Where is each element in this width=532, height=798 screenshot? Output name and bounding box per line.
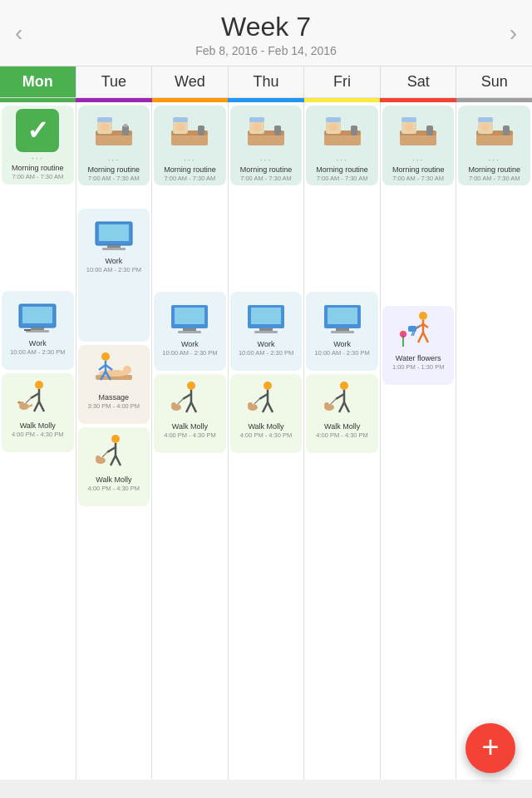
day-header-fri[interactable]: Fri	[304, 66, 381, 97]
svg-point-46	[176, 123, 185, 131]
svg-point-64	[253, 123, 261, 131]
svg-point-78	[248, 402, 253, 407]
event-dots[interactable]: ···	[336, 155, 347, 165]
day-header-wed[interactable]: Wed	[152, 66, 229, 97]
prev-week-button[interactable]: ‹	[0, 12, 37, 55]
svg-line-91	[339, 402, 344, 412]
event-dots[interactable]: ···	[260, 155, 272, 165]
event-sat-water[interactable]: Water flowers 1:00 PM - 1:30 PM	[382, 306, 455, 385]
svg-point-71	[264, 382, 272, 390]
svg-point-119	[481, 123, 490, 131]
event-dots[interactable]: ···	[184, 155, 195, 165]
day-header-tue[interactable]: Tue	[76, 66, 153, 97]
event-tue-work[interactable]: Work 10:00 AM - 2:30 PM	[78, 209, 150, 342]
event-fri-morning[interactable]: ··· Morning routine 7:00 AM - 7:30 AM	[306, 106, 378, 185]
event-wed-morning[interactable]: ··· Morning routine 7:00 AM - 7:30 AM	[154, 106, 226, 185]
event-mon-work[interactable]: Work 10:00 AM - 2:30 PM	[2, 291, 74, 370]
wed-spacer-1	[154, 189, 226, 288]
svg-rect-52	[178, 331, 201, 333]
event-label: Morning routine	[392, 165, 445, 175]
svg-point-53	[187, 382, 195, 390]
event-sun-morning[interactable]: ··· Morning routine 7:00 AM - 7:30 AM	[458, 106, 530, 185]
event-label: Work	[105, 257, 122, 266]
event-wed-work[interactable]: Work 10:00 AM - 2:30 PM	[154, 292, 226, 371]
event-thu-walk[interactable]: Walk Molly 4:00 PM - 4:30 PM	[230, 374, 303, 453]
svg-rect-4	[24, 329, 31, 331]
event-dots[interactable]: ···	[108, 155, 120, 165]
work-image	[92, 212, 135, 255]
svg-line-75	[259, 394, 268, 399]
week-header: ‹ Week 7 Feb 8, 2016 - Feb 14, 2016 ›	[0, 0, 532, 66]
next-week-button[interactable]: ›	[495, 12, 532, 55]
event-time: 4:00 PM - 4:30 PM	[164, 431, 216, 439]
event-tue-massage[interactable]: Massage 3:30 PM - 4:00 PM	[78, 345, 150, 424]
massage-image	[92, 348, 135, 392]
walk-image	[244, 377, 288, 421]
svg-point-28	[123, 366, 131, 374]
event-label: Work	[258, 340, 275, 349]
svg-rect-102	[426, 126, 433, 135]
event-dots[interactable]: ···	[489, 155, 500, 165]
svg-point-60	[171, 402, 176, 407]
svg-rect-84	[351, 126, 357, 135]
event-time: 10:00 AM - 2:30 PM	[86, 266, 141, 273]
event-tue-walk[interactable]: Walk Molly 4:00 PM - 4:30 PM	[78, 427, 150, 506]
svg-point-89	[340, 382, 348, 390]
svg-line-39	[107, 447, 116, 452]
day-header-thu[interactable]: Thu	[229, 66, 305, 97]
event-label: Walk Molly	[324, 422, 360, 431]
svg-line-7	[34, 401, 39, 411]
event-label: Massage	[99, 393, 130, 402]
svg-line-106	[423, 332, 428, 342]
event-time: 1:00 PM - 1:30 PM	[392, 363, 445, 371]
event-dots[interactable]: ···	[412, 155, 424, 165]
water-flowers-image	[397, 309, 440, 352]
svg-rect-24	[107, 245, 121, 248]
day-headers-row: Mon Tue Wed Thu Fri Sat Sun	[0, 66, 532, 98]
svg-line-58	[178, 399, 183, 404]
sat-spacer-1: Water flowers 1:00 PM - 1:30 PM	[382, 189, 455, 388]
week-date-range: Feb 8, 2016 - Feb 14, 2016	[195, 44, 337, 57]
col-wed: ··· Morning routine 7:00 AM - 7:30 AM Wo…	[152, 102, 229, 780]
morning-image	[168, 109, 211, 152]
event-fri-work[interactable]: Work 10:00 AM - 2:30 PM	[306, 292, 378, 371]
event-thu-work[interactable]: Work 10:00 AM - 2:30 PM	[230, 292, 303, 371]
svg-point-5	[35, 381, 43, 389]
event-thu-morning[interactable]: ··· Morning routine 7:00 AM - 7:30 AM	[230, 106, 303, 185]
event-tue-morning[interactable]: ··· Morning routine 7:00 AM - 7:30 AM	[78, 106, 150, 185]
svg-line-57	[183, 394, 191, 399]
svg-rect-66	[274, 126, 281, 135]
event-mon-morning[interactable]: ··· Morning routine 7:00 AM - 7:30 AM	[2, 106, 74, 185]
event-time: 7:00 AM - 7:30 AM	[165, 175, 216, 182]
event-sat-morning[interactable]: ··· Morning routine 7:00 AM - 7:30 AM	[382, 106, 455, 185]
event-dots[interactable]: ···	[32, 154, 43, 163]
svg-point-18	[101, 123, 109, 131]
event-label: Morning routine	[12, 164, 64, 173]
event-label: Walk Molly	[96, 475, 131, 485]
event-wed-walk[interactable]: Walk Molly 4:00 PM - 4:30 PM	[154, 374, 226, 453]
event-label: Water flowers	[396, 354, 441, 363]
walk-image	[321, 377, 364, 421]
morning-image	[92, 109, 135, 152]
day-header-sun[interactable]: Sun	[456, 66, 532, 97]
svg-rect-50	[175, 308, 204, 324]
event-label: Morning routine	[468, 165, 520, 175]
svg-point-82	[329, 123, 337, 131]
day-header-sat[interactable]: Sat	[381, 66, 457, 97]
event-mon-walk[interactable]: Walk Molly 4:00 PM - 4:30 PM	[2, 373, 74, 452]
svg-line-55	[186, 402, 191, 412]
event-label: Morning routine	[240, 165, 293, 175]
event-time: 7:00 AM - 7:30 AM	[392, 175, 444, 182]
svg-rect-2	[31, 328, 44, 330]
add-event-fab[interactable]: +	[466, 723, 515, 773]
day-header-mon[interactable]: Mon	[0, 66, 76, 97]
event-time: 3:30 PM - 4:00 PM	[88, 402, 140, 410]
calendar-grid: ··· Morning routine 7:00 AM - 7:30 AM Wo…	[0, 102, 532, 780]
work-image	[244, 295, 288, 338]
morning-image	[397, 109, 440, 152]
week-title: Week 7	[221, 12, 311, 42]
event-fri-walk[interactable]: Walk Molly 4:00 PM - 4:30 PM	[306, 374, 378, 453]
col-sun: ··· Morning routine 7:00 AM - 7:30 AM	[456, 102, 532, 780]
fri-spacer-1	[306, 189, 378, 288]
svg-line-105	[418, 332, 423, 342]
